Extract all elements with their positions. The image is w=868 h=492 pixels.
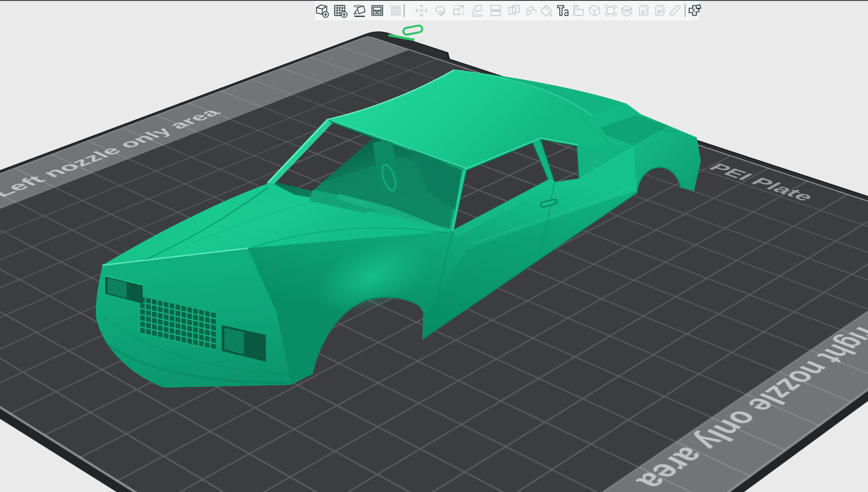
svg-text:P: P	[657, 8, 661, 16]
svg-text:0: 0	[641, 8, 645, 16]
svg-text:AUTO: AUTO	[354, 4, 362, 8]
